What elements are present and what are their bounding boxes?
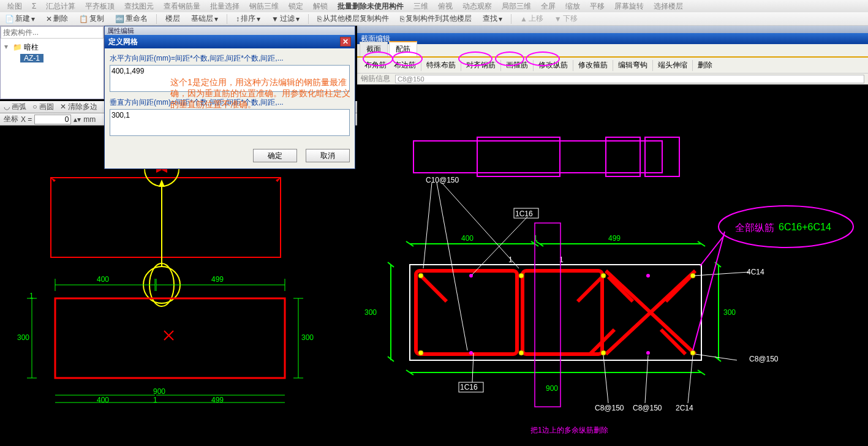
svg-text:1: 1: [29, 292, 34, 300]
component-tree-panel: 📁 暗柱 AZ-1: [0, 26, 104, 99]
svg-text:499: 499: [211, 396, 224, 404]
copy-button[interactable]: 📋 复制: [77, 13, 107, 25]
svg-rect-32: [413, 141, 662, 173]
svg-line-77: [694, 272, 749, 276]
svg-rect-33: [477, 137, 560, 176]
right-drawing-svg[interactable]: 400 1 499 1 1 300 300 900 C10@150 1C16 1…: [357, 85, 868, 446]
sub-end-extend[interactable]: 端头伸缩: [654, 58, 691, 72]
all-rebar-label: 全部纵筋: [735, 222, 774, 235]
sub-edit-hook[interactable]: 编辑弯钩: [614, 58, 651, 72]
svg-text:1: 1: [153, 396, 157, 404]
svg-line-78: [603, 355, 608, 403]
all-rebar-value: 6C16+6C14: [779, 222, 831, 233]
svg-text:499: 499: [608, 234, 621, 243]
svg-text:1: 1: [559, 255, 564, 264]
svg-line-74: [442, 183, 519, 268]
svg-text:2C14: 2C14: [676, 404, 693, 412]
copy-from-floor-button[interactable]: ⎘ 从其他楼层复制构件: [315, 13, 391, 25]
svg-point-49: [601, 273, 606, 278]
svg-text:C8@150: C8@150: [595, 404, 624, 412]
rename-button[interactable]: 🔤 重命名: [113, 13, 150, 25]
rebar-info-input[interactable]: [395, 75, 864, 83]
svg-line-75: [472, 353, 474, 382]
h-spacing-label: 水平方向间距(mm)=间距*个数,间距,间距*个数,间距,...: [110, 53, 350, 64]
svg-rect-5: [55, 298, 285, 378]
sub-edge[interactable]: 布边筋: [390, 58, 420, 72]
svg-point-54: [690, 350, 695, 355]
svg-line-80: [688, 355, 693, 403]
svg-rect-0: [51, 178, 281, 257]
sort-button[interactable]: ↕ 排序 ▾: [233, 13, 263, 25]
svg-text:把1边上的多余纵筋删除: 把1边上的多余纵筋删除: [530, 426, 608, 434]
svg-text:C8@150: C8@150: [749, 355, 779, 363]
svg-line-79: [645, 355, 648, 403]
svg-line-41: [608, 277, 633, 301]
new-button[interactable]: 📄 新建 ▾: [2, 13, 37, 25]
svg-line-94: [700, 235, 725, 266]
svg-text:1C16: 1C16: [515, 210, 533, 218]
svg-text:499: 499: [211, 275, 224, 284]
svg-line-72: [423, 183, 432, 268]
svg-text:1C16: 1C16: [460, 383, 478, 391]
svg-rect-37: [416, 271, 517, 354]
svg-text:300: 300: [364, 308, 377, 317]
svg-rect-92: [535, 223, 560, 407]
close-icon[interactable]: ✕: [340, 37, 351, 47]
filter-button[interactable]: ▼ 过滤 ▾: [269, 13, 302, 25]
svg-text:1: 1: [534, 234, 538, 243]
grid-definition-dialog: 属性编辑 定义网格 ✕ 水平方向间距(mm)=间距*个数,间距,间距*个数,间距…: [104, 26, 355, 169]
rebar-info-bar: 钢筋信息: [357, 74, 868, 85]
sub-corner[interactable]: 布角筋: [361, 58, 390, 72]
tab-rebar[interactable]: 配筋: [389, 41, 417, 56]
sub-delete[interactable]: 删除: [694, 58, 716, 72]
cancel-button[interactable]: 取消: [306, 149, 350, 162]
svg-point-56: [469, 351, 473, 355]
v-spacing-input[interactable]: 300,1: [110, 109, 350, 136]
move-up-button: ▲ 上移: [518, 13, 546, 25]
svg-text:400: 400: [97, 396, 109, 404]
tree-root[interactable]: 📁 暗柱: [3, 41, 101, 54]
dialog-title: 定义网格: [108, 37, 138, 47]
tree-item-selected[interactable]: AZ-1: [20, 54, 43, 62]
sub-modify-stirrup[interactable]: 修改箍筋: [575, 58, 611, 72]
move-down-button: ▼ 下移: [552, 13, 580, 25]
delete-button[interactable]: ✕ 删除: [43, 13, 70, 25]
sub-modify-long[interactable]: 修改纵筋: [535, 58, 572, 72]
svg-line-95: [693, 232, 725, 350]
svg-point-48: [519, 273, 524, 278]
rebar-sub-toolbar: 布角筋 布边筋 特殊布筋 对齐钢筋 画箍筋 修改纵筋 修改箍筋 编辑弯钩 端头伸…: [357, 58, 868, 74]
svg-line-40: [578, 277, 602, 301]
svg-text:400: 400: [461, 234, 474, 243]
svg-text:1: 1: [508, 255, 513, 264]
tab-section[interactable]: 截面: [360, 42, 388, 56]
sub-special[interactable]: 特殊布筋: [423, 58, 459, 72]
property-header: 属性编辑: [105, 26, 355, 35]
toolbar-actions: 📄 新建 ▾ ✕ 删除 📋 复制 🔤 重命名 楼层 基础层 ▾ ↕ 排序 ▾ ▼…: [0, 12, 868, 26]
svg-point-57: [646, 274, 650, 278]
ok-button[interactable]: 确定: [253, 149, 297, 162]
base-dropdown[interactable]: 基础层 ▾: [189, 13, 221, 25]
svg-text:C8@150: C8@150: [633, 404, 662, 412]
copy-to-floor-button[interactable]: ⎘ 复制构件到其他楼层: [398, 13, 474, 25]
svg-line-73: [437, 183, 467, 350]
svg-rect-34: [606, 137, 640, 176]
svg-point-52: [519, 350, 524, 355]
floor-button[interactable]: 楼层: [163, 13, 183, 25]
svg-text:900: 900: [546, 384, 558, 393]
svg-point-47: [418, 273, 423, 278]
find-button[interactable]: 查找 ▾: [480, 13, 505, 25]
sub-align[interactable]: 对齐钢筋: [462, 58, 499, 72]
rebar-info-label: 钢筋信息: [361, 74, 390, 84]
sub-stirrup[interactable]: 画箍筋: [502, 58, 532, 72]
svg-text:900: 900: [153, 387, 165, 396]
search-input[interactable]: [1, 26, 104, 39]
toolbar-top: 绘图Σ汇总计算 平齐板顶查找图元 查看钢筋量批量选择 钢筋三维锁定 解锁批量删除…: [0, 0, 868, 12]
svg-text:300: 300: [301, 333, 314, 342]
section-edit-title: 截面编辑: [357, 33, 868, 44]
svg-point-58: [646, 351, 650, 355]
svg-text:400: 400: [97, 275, 109, 284]
h-spacing-input[interactable]: 400,1,499: [110, 65, 350, 92]
svg-text:300: 300: [17, 333, 29, 342]
section-tabs: 截面 配筋: [357, 44, 868, 58]
v-spacing-label: 垂直方向间距(mm)=间距*个数,间距,间距*个数,间距,...: [110, 97, 350, 108]
